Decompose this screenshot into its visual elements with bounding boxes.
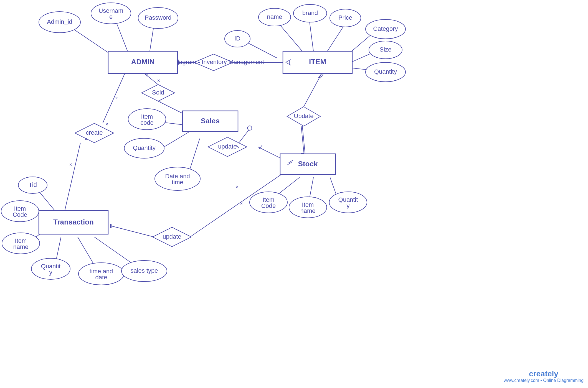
sales-label: Sales <box>201 117 220 125</box>
sold-label: Sold <box>152 89 164 96</box>
svg-line-32 <box>304 73 322 107</box>
svg-line-27 <box>189 139 200 173</box>
svg-line-4 <box>309 19 313 51</box>
update-trans-label: update <box>163 233 181 240</box>
trans-tid-text: Tid <box>29 181 37 188</box>
er-diagram: × × × × ER Diagram - Invent <box>0 0 588 388</box>
sales-quantity-text: Quantity <box>133 144 156 151</box>
svg-line-39 <box>111 226 154 237</box>
svg-line-21 <box>103 73 125 123</box>
svg-line-37 <box>309 177 313 200</box>
svg-line-1 <box>115 19 128 51</box>
password-text: Password <box>145 14 172 21</box>
watermark-url: www.creately.com • Online Diagramming <box>503 378 584 383</box>
stock-itemname-text2: name <box>300 207 315 214</box>
create-label: create <box>86 129 103 136</box>
category-text: Category <box>373 25 398 32</box>
name-text: name <box>267 13 282 20</box>
update-item-label: Update <box>294 113 314 119</box>
admin-label: ADMIN <box>131 58 154 66</box>
brand-text: brand <box>302 9 318 16</box>
update-sales-label: update <box>218 143 237 150</box>
admin-id-text: Admin_id <box>47 18 72 25</box>
adds-label: ER Diagram - Inventory Management <box>163 58 264 65</box>
sales-datetime-text2: time <box>172 179 183 186</box>
svg-point-29 <box>247 126 252 130</box>
stock-quantity-text2: y <box>347 202 350 209</box>
item-quantity-text: Quantity <box>374 68 397 75</box>
svg-line-5 <box>327 24 345 51</box>
svg-text:×: × <box>157 78 160 83</box>
svg-line-48 <box>94 237 136 266</box>
svg-text:×: × <box>69 162 72 167</box>
svg-text:×: × <box>105 121 108 127</box>
trans-salestype-text: sales type <box>130 267 158 274</box>
stock-itemcode-text2: Code <box>261 202 276 209</box>
transaction-label: Transaction <box>53 218 94 226</box>
svg-line-2 <box>150 25 154 51</box>
svg-line-47 <box>78 237 96 267</box>
watermark-brand: creately <box>529 369 558 378</box>
item-id-text: ID <box>234 35 240 42</box>
svg-line-38 <box>330 177 337 197</box>
svg-text:×: × <box>115 95 118 101</box>
svg-text:×: × <box>240 201 243 206</box>
trans-quantity-text2: y <box>49 269 52 276</box>
username-text2: e <box>109 13 113 20</box>
size-text: Size <box>380 46 392 53</box>
item-label: ITEM <box>309 58 326 66</box>
stock-label: Stock <box>298 160 318 168</box>
svg-text:×: × <box>236 184 239 190</box>
svg-text:×: × <box>84 136 88 142</box>
price-text: Price <box>338 14 352 21</box>
svg-line-23 <box>64 143 80 215</box>
svg-line-3 <box>279 24 302 51</box>
trans-itemname-text2: name <box>13 243 28 250</box>
trans-itemcode-text2: Code <box>13 211 27 218</box>
trans-timedate-text2: date <box>95 274 107 281</box>
sales-itemcode-text2: code <box>140 119 154 126</box>
